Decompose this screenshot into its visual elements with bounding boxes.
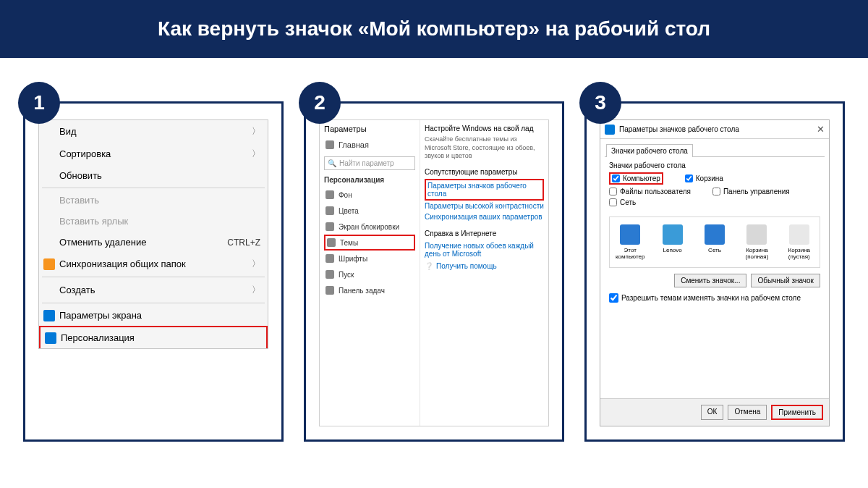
- chevron-right-icon: 〉: [252, 258, 260, 270]
- btn-default-icon[interactable]: Обычный значок: [751, 274, 820, 287]
- link-high-contrast[interactable]: Параметры высокой контрастности: [425, 201, 544, 211]
- step-3: 3 Параметры значков рабочего стола ✕ Зна…: [584, 101, 845, 442]
- chevron-right-icon: 〉: [252, 148, 260, 160]
- nav-fonts[interactable]: Шрифты: [324, 251, 415, 266]
- group-title: Значки рабочего стола: [609, 161, 820, 169]
- nav-background[interactable]: Фон: [324, 187, 415, 203]
- network-icon: [705, 224, 725, 245]
- nav-taskbar[interactable]: Панель задач: [324, 282, 415, 298]
- content-heading: Настройте Windows на свой лад: [425, 125, 544, 132]
- step-badge-1: 1: [18, 82, 60, 124]
- icon-recycle-full[interactable]: Корзина (полная): [739, 224, 774, 260]
- btn-change-icon[interactable]: Сменить значок...: [674, 274, 746, 287]
- dialog-titlebar: Параметры значков рабочего стола ✕: [600, 120, 829, 139]
- chk-allow-themes[interactable]: Разрешить темам изменять значки на рабоч…: [609, 293, 820, 303]
- shortcut-label: CTRL+Z: [227, 237, 260, 248]
- icon-recycle-empty[interactable]: Корзина (пустая): [782, 224, 817, 260]
- chk-computer[interactable]: Компьютер: [609, 172, 663, 185]
- personalize-icon: [45, 332, 56, 344]
- recycle-full-icon: [746, 224, 767, 245]
- home-icon: [326, 140, 334, 149]
- help-icon: ❔: [425, 262, 433, 270]
- nav-start[interactable]: Пуск: [324, 266, 415, 282]
- content-desc: Скачайте бесплатные темы из Microsoft St…: [425, 135, 544, 161]
- step-1: 1 Вид〉 Сортировка〉 Обновить Вставить Вст…: [23, 101, 284, 442]
- link-sync-settings[interactable]: Синхронизация ваших параметров: [425, 211, 544, 222]
- dialog-icon: [605, 125, 615, 135]
- ctx-paste: Вставить: [39, 190, 268, 211]
- get-help[interactable]: ❔Получить помощь: [425, 262, 544, 270]
- user-folder-icon: [663, 224, 683, 245]
- ctx-view[interactable]: Вид〉: [39, 120, 268, 143]
- icon-network[interactable]: Сеть: [697, 224, 732, 260]
- steps-row: 1 Вид〉 Сортировка〉 Обновить Вставить Вст…: [0, 58, 868, 463]
- settings-content: Настройте Windows на свой лад Скачайте б…: [420, 120, 548, 426]
- step-badge-2: 2: [299, 82, 341, 124]
- step-badge-3: 3: [579, 82, 621, 124]
- taskbar-icon: [326, 286, 334, 295]
- btn-ok[interactable]: ОК: [701, 405, 724, 420]
- nav-colors[interactable]: Цвета: [324, 203, 415, 219]
- page-header: Как вернуть значок «Мой компьютер» на ра…: [0, 0, 868, 58]
- settings-sidebar: Параметры Главная 🔍Найти параметр Персон…: [320, 120, 420, 426]
- dialog-footer: ОК Отмена Применить: [600, 398, 829, 426]
- settings-section: Персонализация: [324, 176, 415, 184]
- ctx-undo-delete[interactable]: Отменить удалениеCTRL+Z: [39, 232, 268, 253]
- pc-icon: [620, 224, 640, 245]
- nav-home[interactable]: Главная: [324, 138, 415, 152]
- chk-userfiles[interactable]: Файлы пользователя: [609, 188, 691, 195]
- link-desktop-icons[interactable]: Параметры значков рабочего стола: [425, 179, 544, 201]
- nav-themes[interactable]: Темы: [324, 235, 415, 251]
- ctx-sort[interactable]: Сортировка〉: [39, 143, 268, 165]
- desktop-icons-dialog: Параметры значков рабочего стола ✕ Значк…: [600, 119, 830, 426]
- help-heading: Справка в Интернете: [425, 230, 544, 237]
- link-daily-wallpaper[interactable]: Получение новых обоев каждый день от Mic…: [425, 240, 544, 259]
- font-icon: [326, 254, 334, 263]
- settings-window: Параметры Главная 🔍Найти параметр Персон…: [319, 119, 549, 426]
- sync-icon: [43, 258, 55, 270]
- dialog-body: Значки рабочего стола Компьютер Корзина …: [605, 156, 825, 398]
- icon-preview-row: Этот компьютер Lenovo Сеть Корзина (полн…: [609, 216, 820, 268]
- chk-control-panel[interactable]: Панель управления: [712, 188, 790, 195]
- ctx-refresh[interactable]: Обновить: [39, 165, 268, 186]
- related-heading: Сопутствующие параметры: [425, 168, 544, 176]
- start-icon: [326, 270, 334, 279]
- btn-cancel[interactable]: Отмена: [728, 405, 767, 420]
- ctx-create[interactable]: Создать〉: [39, 279, 268, 301]
- dialog-tab[interactable]: Значки рабочего стола: [606, 144, 693, 157]
- chk-network[interactable]: Сеть: [609, 198, 636, 206]
- ctx-paste-shortcut: Вставить ярлык: [39, 211, 268, 232]
- nav-lockscreen[interactable]: Экран блокировки: [324, 219, 415, 235]
- step-2: 2 Параметры Главная 🔍Найти параметр Перс…: [304, 101, 564, 442]
- chevron-right-icon: 〉: [252, 125, 260, 138]
- page-title: Как вернуть значок «Мой компьютер» на ра…: [158, 17, 710, 41]
- palette-icon: [326, 206, 334, 215]
- close-icon[interactable]: ✕: [817, 124, 825, 135]
- recycle-empty-icon: [789, 224, 809, 245]
- icon-this-pc[interactable]: Этот компьютер: [613, 224, 647, 260]
- dialog-title: Параметры значков рабочего стола: [619, 125, 739, 133]
- ctx-display-settings[interactable]: Параметры экрана: [39, 305, 268, 326]
- ctx-sync[interactable]: Синхронизация общих папок〉: [39, 253, 268, 275]
- settings-title: Параметры: [324, 125, 415, 133]
- picture-icon: [326, 190, 334, 199]
- settings-search[interactable]: 🔍Найти параметр: [324, 156, 415, 170]
- themes-icon: [327, 238, 336, 247]
- search-icon: 🔍: [328, 159, 336, 167]
- display-icon: [43, 310, 55, 321]
- chevron-right-icon: 〉: [252, 284, 260, 296]
- lock-icon: [326, 222, 334, 231]
- ctx-personalize[interactable]: Персонализация: [39, 326, 268, 348]
- btn-apply[interactable]: Применить: [771, 405, 823, 420]
- context-menu: Вид〉 Сортировка〉 Обновить Вставить Встав…: [38, 119, 268, 349]
- chk-recycle[interactable]: Корзина: [685, 172, 723, 185]
- icon-lenovo[interactable]: Lenovo: [655, 224, 689, 260]
